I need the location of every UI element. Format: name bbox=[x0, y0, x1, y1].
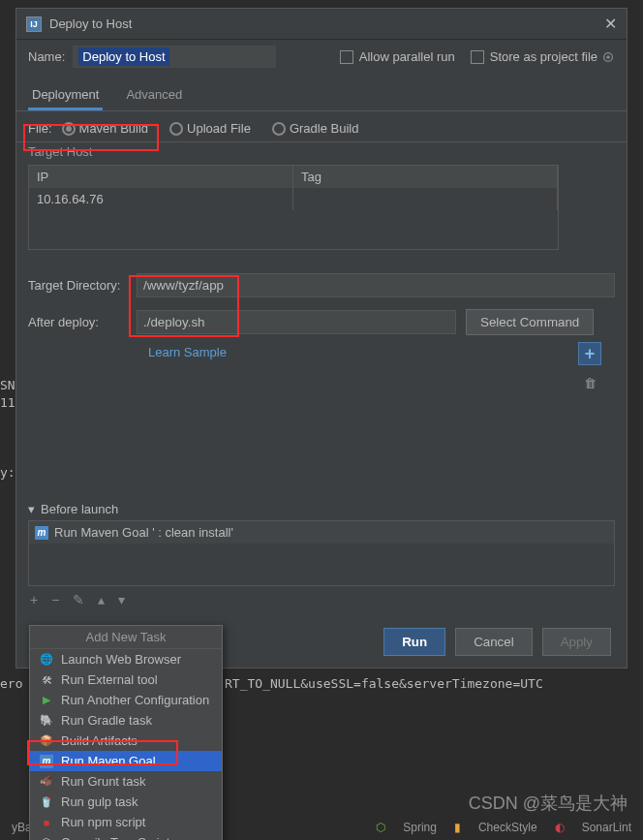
store-project-label: Store as project file bbox=[490, 49, 597, 64]
menu-icon: ▶ bbox=[40, 694, 53, 707]
move-down-button[interactable]: ▾ bbox=[118, 592, 125, 607]
menu-icon: m bbox=[40, 755, 53, 768]
menu-item-build-artifacts[interactable]: 📦Build Artifacts bbox=[30, 731, 222, 751]
tag-header: Tag bbox=[293, 166, 558, 188]
ip-header: IP bbox=[29, 166, 293, 188]
menu-icon: 🛠 bbox=[40, 673, 53, 687]
bg-text: 11 bbox=[0, 395, 15, 410]
host-row[interactable]: 10.16.64.76 bbox=[29, 188, 558, 210]
select-command-button[interactable]: Select Command bbox=[466, 309, 594, 335]
menu-title: Add New Task bbox=[30, 626, 222, 649]
move-up-button[interactable]: ▴ bbox=[98, 592, 105, 607]
target-host-label: Target Host bbox=[16, 141, 627, 161]
before-launch-title: Before launch bbox=[41, 502, 118, 516]
menu-icon: 🌐 bbox=[40, 653, 53, 667]
ip-cell: 10.16.64.76 bbox=[29, 188, 293, 210]
edit-task-button[interactable]: ✎ bbox=[73, 592, 84, 607]
status-sonarlint[interactable]: SonarLint bbox=[582, 821, 631, 834]
menu-icon: 🐘 bbox=[40, 714, 53, 728]
target-dir-input[interactable] bbox=[137, 273, 615, 297]
tabs: Deployment Advanced bbox=[16, 74, 627, 111]
store-project-checkbox[interactable] bbox=[471, 50, 484, 64]
delete-host-button[interactable]: 🗑 bbox=[578, 371, 601, 394]
titlebar: IJ Deploy to Host ✕ bbox=[16, 9, 627, 40]
menu-item-label: Run gulp task bbox=[61, 794, 138, 809]
name-input[interactable]: Deploy to Host bbox=[73, 46, 276, 68]
menu-item-run-grunt-task[interactable]: 🐗Run Grunt task bbox=[30, 771, 222, 792]
menu-icon: 📦 bbox=[40, 734, 53, 748]
menu-item-run-gulp-task[interactable]: 🥤Run gulp task bbox=[30, 792, 222, 812]
remove-task-button[interactable]: − bbox=[51, 592, 59, 607]
bg-text: y: bbox=[0, 465, 15, 480]
menu-item-run-another-configuration[interactable]: ▶Run Another Configuration bbox=[30, 690, 222, 710]
add-host-button[interactable]: + bbox=[578, 342, 601, 365]
svg-point-1 bbox=[606, 55, 610, 59]
menu-icon: 🐗 bbox=[40, 775, 53, 789]
tab-deployment[interactable]: Deployment bbox=[28, 81, 103, 110]
gear-icon[interactable] bbox=[601, 50, 615, 64]
menu-icon: 🥤 bbox=[40, 795, 53, 809]
before-launch-section: ▾Before launch m Run Maven Goal ' : clea… bbox=[28, 498, 615, 613]
radio-gradle[interactable]: Gradle Build bbox=[272, 121, 359, 136]
close-icon[interactable]: ✕ bbox=[604, 15, 617, 33]
bg-connection-string: RT_TO_NULL&useSSL=false&serverTimezone=U… bbox=[225, 676, 543, 691]
target-dir-row: Target Directory: bbox=[16, 267, 627, 303]
dialog-title: Deploy to Host bbox=[49, 16, 604, 31]
menu-item-label: Run Maven Goal bbox=[61, 754, 156, 768]
menu-item-label: Run Gradle task bbox=[61, 713, 152, 728]
cancel-button[interactable]: Cancel bbox=[455, 628, 533, 656]
name-row: Name: Deploy to Host Allow parallel run … bbox=[16, 40, 627, 74]
after-deploy-input[interactable] bbox=[137, 310, 456, 334]
menu-item-label: Run npm script bbox=[61, 815, 145, 829]
chevron-down-icon[interactable]: ▾ bbox=[28, 502, 35, 516]
tag-cell bbox=[293, 188, 558, 210]
menu-item-label: Run External tool bbox=[61, 672, 158, 687]
menu-icon: ⬡ bbox=[40, 836, 53, 841]
menu-item-run-gradle-task[interactable]: 🐘Run Gradle task bbox=[30, 710, 222, 731]
menu-icon: ■ bbox=[40, 816, 53, 829]
learn-sample-link[interactable]: Learn Sample bbox=[16, 341, 627, 363]
app-icon: IJ bbox=[26, 16, 42, 32]
add-task-button[interactable]: + bbox=[30, 592, 38, 607]
before-launch-item-label: Run Maven Goal ' : clean install' bbox=[54, 525, 233, 540]
host-table: IP Tag 10.16.64.76 bbox=[28, 165, 559, 250]
menu-item-launch-web-browser[interactable]: 🌐Launch Web Browser bbox=[30, 649, 222, 669]
tab-advanced[interactable]: Advanced bbox=[122, 81, 186, 110]
status-checkstyle[interactable]: CheckStyle bbox=[478, 821, 537, 834]
menu-item-label: Build Artifacts bbox=[61, 733, 138, 748]
menu-item-label: Launch Web Browser bbox=[61, 652, 181, 667]
bg-text: ero bbox=[0, 676, 22, 691]
before-launch-toolbar: + − ✎ ▴ ▾ bbox=[28, 586, 615, 613]
allow-parallel-checkbox[interactable] bbox=[340, 50, 353, 64]
menu-item-label: Run Grunt task bbox=[61, 774, 145, 789]
before-launch-item[interactable]: m Run Maven Goal ' : clean install' bbox=[29, 521, 614, 544]
target-dir-label: Target Directory: bbox=[28, 278, 137, 293]
watermark: CSDN @菜鸟是大神 bbox=[469, 792, 628, 815]
file-label: File: bbox=[28, 121, 52, 136]
radio-upload[interactable]: Upload File bbox=[169, 121, 251, 136]
after-deploy-label: After deploy: bbox=[28, 315, 137, 329]
menu-item-run-maven-goal[interactable]: mRun Maven Goal bbox=[30, 751, 222, 771]
menu-item-label: Compile TypeScript bbox=[61, 835, 169, 840]
checkstyle-icon: ▮ bbox=[454, 821, 461, 834]
deploy-dialog: IJ Deploy to Host ✕ Name: Deploy to Host… bbox=[15, 8, 628, 669]
add-task-menu: Add New Task 🌐Launch Web Browser🛠Run Ext… bbox=[29, 625, 223, 840]
menu-item-run-external-tool[interactable]: 🛠Run External tool bbox=[30, 669, 222, 690]
radio-maven[interactable]: Maven Build bbox=[62, 121, 149, 136]
before-launch-list: m Run Maven Goal ' : clean install' bbox=[28, 520, 615, 586]
after-deploy-row: After deploy: Select Command bbox=[16, 303, 627, 341]
menu-item-label: Run Another Configuration bbox=[61, 693, 209, 707]
status-spring[interactable]: Spring bbox=[403, 821, 437, 834]
menu-item-run-npm-script[interactable]: ■Run npm script bbox=[30, 812, 222, 832]
sonarlint-icon: ◐ bbox=[555, 821, 565, 834]
file-row: File: Maven Build Upload File Gradle Bui… bbox=[16, 111, 627, 141]
bg-text: SN bbox=[0, 378, 15, 392]
run-button[interactable]: Run bbox=[383, 628, 445, 656]
allow-parallel-label: Allow parallel run bbox=[359, 49, 455, 64]
maven-icon: m bbox=[35, 526, 48, 540]
apply-button[interactable]: Apply bbox=[542, 628, 611, 656]
dialog-buttons: Run Cancel Apply bbox=[383, 628, 611, 656]
spring-icon: ⬡ bbox=[376, 821, 385, 834]
name-label: Name: bbox=[28, 49, 65, 64]
menu-item-compile-typescript[interactable]: ⬡Compile TypeScript bbox=[30, 832, 222, 840]
